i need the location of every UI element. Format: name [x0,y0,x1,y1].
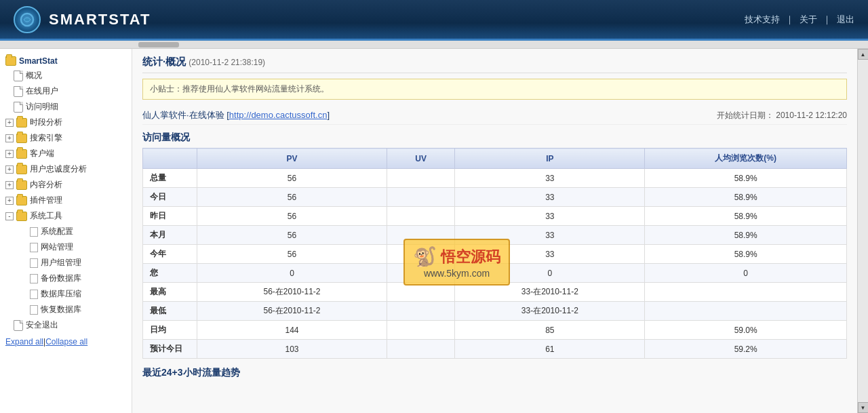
td-ip: 33 [455,207,645,226]
scroll-track[interactable] [858,60,868,402]
scroll-up-btn[interactable]: ▲ [858,49,869,60]
expand-icon: + [5,150,14,158]
sidebar-plugins-label: 插件管理 [30,195,62,206]
td-uv [387,245,454,264]
td-ip: 33-在2010-11-2 [455,283,645,302]
sidebar-item-backup-db[interactable]: 备份数据库 [11,271,132,286]
tip-box: 小贴士：推荐使用仙人掌软件网站流量统计系统。 [142,79,847,100]
sidebar-item-plugins[interactable]: + 插件管理 [0,193,132,208]
sidebar-item-time-analysis[interactable]: + 时段分析 [0,115,132,130]
td-pv: 56 [197,226,387,245]
td-avg: 58.9% [645,207,847,226]
td-pv: 56-在2010-11-2 [197,302,387,321]
td-uv [387,321,454,340]
site-info-right: 开始统计日期： 2010-11-2 12:12:20 [717,110,847,121]
td-pv: 103 [197,340,387,359]
tip-text: 小贴士：推荐使用仙人掌软件网站流量统计系统。 [150,84,329,94]
td-avg: 59.0% [645,321,847,340]
sidebar-safe-logout-label: 安全退出 [26,319,58,331]
table-row: 昨日 56 33 58.9% [143,207,847,226]
sidebar-item-content[interactable]: + 内容分析 [0,177,132,193]
stat-start-label: 开始统计日期： [717,111,774,120]
th-avg: 人均浏览次数(%) [645,149,847,169]
sidebar-item-sys-config[interactable]: 系统配置 [11,224,132,239]
td-ip: 0 [455,264,645,283]
td-pv: 0 [197,264,387,283]
sidebar-time-label: 时段分析 [30,117,62,128]
td-avg: 58.9% [645,245,847,264]
collapse-all-link[interactable]: Collapse all [45,337,87,347]
td-label: 最低 [143,302,197,321]
td-ip: 33 [455,188,645,207]
folder-icon [16,196,27,205]
sidebar-item-online-users[interactable]: 在线用户 [0,83,132,99]
scrollbar-thumb[interactable] [138,42,179,47]
sidebar-online-label: 在线用户 [26,85,58,97]
sidebar-sys-config-label: 系统配置 [41,226,73,237]
sidebar-item-safe-logout[interactable]: 安全退出 [0,317,132,333]
table-row: 今年 56 33 58.9% [143,245,847,264]
small-doc-icon [30,274,38,283]
td-label: 您 [143,264,197,283]
sidebar-item-usergroup[interactable]: 用户组管理 [11,255,132,271]
doc-icon [14,71,23,81]
td-uv [387,188,454,207]
td-label: 预计今日 [143,340,197,359]
folder-icon [16,118,27,127]
expand-icon: + [5,181,14,189]
td-avg: 58.9% [645,226,847,245]
sidebar-item-compress-db[interactable]: 数据库压缩 [11,286,132,302]
td-ip: 33 [455,226,645,245]
sidebar-item-restore-db[interactable]: 恢复数据库 [11,302,132,317]
td-ip: 33 [455,245,645,264]
td-avg [645,302,847,321]
site-info-left: 仙人掌软件·在线体验 [http://demo.cactussoft.cn] [142,109,330,121]
sidebar-systools-subsection: 系统配置 网站管理 用户组管理 备份数据库 数据库压缩 恢复数据库 [0,224,132,317]
trend-title: 最近24+3小时流量趋势 [142,367,847,379]
td-label: 最高 [143,283,197,302]
expand-all-link[interactable]: Expand all [5,337,43,347]
sidebar-item-sys-tools[interactable]: - 系统工具 [0,208,132,224]
td-ip: 61 [455,340,645,359]
nav-sep2: ｜ [823,14,831,26]
td-uv [387,340,454,359]
nav-logout[interactable]: 退出 [837,14,854,26]
td-ip: 33-在2010-11-2 [455,302,645,321]
folder-icon [16,134,27,143]
folder-icon [16,212,27,221]
table-row: 最低 56-在2010-11-2 33-在2010-11-2 [143,302,847,321]
header-nav: 技术支持 ｜ 关于 ｜ 退出 [745,14,854,26]
root-folder-icon [5,56,16,66]
header: SMARTSTAT 技术支持 ｜ 关于 ｜ 退出 [0,0,868,41]
td-pv: 56-在2010-11-2 [197,283,387,302]
scroll-down-btn[interactable]: ▼ [858,402,869,413]
small-doc-icon [30,227,38,237]
sidebar-item-site-mgmt[interactable]: 网站管理 [11,239,132,255]
traffic-table: PV UV IP 人均浏览次数(%) 总量 56 33 58.9% 今日 56 … [142,148,847,359]
expand-icon: + [5,165,14,174]
sidebar-loyalty-label: 用户忠诚度分析 [30,163,87,175]
sidebar-item-overview[interactable]: 概况 [0,68,132,83]
sidebar-item-search-engine[interactable]: + 搜索引擎 [0,130,132,146]
folder-icon [16,165,27,174]
sidebar-root[interactable]: SmartStat [0,54,132,68]
site-url-link[interactable]: http://demo.cactussoft.cn [229,110,328,120]
page-title-time: (2010-11-2 21:38:19) [189,58,265,67]
td-label: 今日 [143,188,197,207]
doc-icon [14,102,23,113]
td-avg: 0 [645,264,847,283]
td-uv [387,169,454,188]
sidebar-restore-label: 恢复数据库 [41,304,81,315]
nav-support[interactable]: 技术支持 [745,14,780,26]
sidebar-item-visit-detail[interactable]: 访问明细 [0,99,132,115]
logo-icon [14,6,41,33]
expand-icon: - [5,212,14,220]
small-doc-icon [30,290,38,299]
sidebar-content-label: 内容分析 [30,179,62,191]
th-ip: IP [455,149,645,169]
td-avg [645,283,847,302]
sidebar-item-client[interactable]: + 客户端 [0,146,132,161]
sidebar-item-loyalty[interactable]: + 用户忠诚度分析 [0,161,132,177]
nav-about[interactable]: 关于 [800,14,817,26]
sidebar-visit-detail-label: 访问明细 [26,101,58,113]
